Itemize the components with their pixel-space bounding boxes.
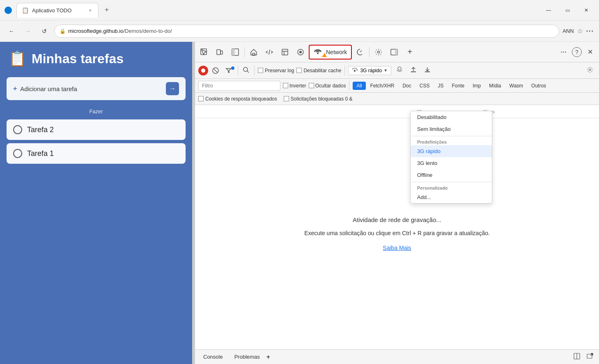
net-separator-2 — [254, 66, 255, 76]
throttle-disabled-option[interactable]: Desabilitado — [411, 111, 492, 123]
add-bottom-tab-button[interactable]: + — [266, 353, 270, 361]
tab-close-button[interactable]: × — [87, 7, 93, 14]
favorites-icon[interactable]: ☆ — [577, 27, 583, 35]
throttle-add-option[interactable]: Add... — [411, 191, 492, 203]
record-dot — [201, 69, 205, 73]
filter-other-button[interactable]: Outros — [528, 82, 550, 90]
clear-button[interactable] — [211, 66, 220, 76]
filter-type-buttons: All Fetch/XHR Doc CSS JS Fonte Imp Mídia… — [353, 82, 550, 90]
filter-input[interactable] — [198, 81, 280, 91]
split-panel-button[interactable] — [571, 351, 583, 362]
throttle-selector[interactable]: 3G rápido ▼ — [348, 66, 391, 75]
section-label: Fazer — [7, 108, 186, 114]
blocked-cookies-checkbox[interactable]: Cookies de resposta bloqueados — [198, 96, 277, 102]
settings-network-button[interactable] — [584, 66, 596, 76]
filter-js-button[interactable]: JS — [434, 82, 447, 90]
filter-doc-button[interactable]: Doc — [399, 82, 415, 90]
blocked-cookies-check — [198, 96, 204, 101]
devtools-more-button[interactable]: ··· — [556, 45, 571, 60]
new-tab-button[interactable]: + — [100, 4, 113, 17]
add-panel-button[interactable]: + — [402, 45, 417, 60]
blocked-requests-checkbox[interactable]: Solicitações bloqueadas 0 & — [284, 96, 353, 102]
filter-panel-button[interactable] — [223, 66, 234, 75]
learn-more-link[interactable]: Saiba Mais — [383, 245, 411, 251]
invert-filter-option[interactable]: Inverter — [283, 83, 306, 89]
devtools-close-button[interactable]: ✕ — [583, 45, 597, 60]
todo-item-2[interactable]: Tarefa 1 — [7, 143, 186, 164]
devtools-help-button[interactable]: ? — [572, 47, 582, 57]
download-button[interactable] — [422, 66, 433, 76]
net-separator-1 — [238, 66, 238, 76]
filter-fetch-button[interactable]: Fetch/XHR — [367, 82, 398, 90]
throttle-dropdown: Desabilitado Sem limitação Predefinições… — [410, 111, 492, 204]
throttle-3g-slow-option[interactable]: 3G lento — [411, 157, 492, 169]
home-button[interactable] — [246, 45, 261, 60]
filter-img-button[interactable]: Imp — [469, 82, 484, 90]
throttle-offline-option[interactable]: Offline — [411, 169, 492, 181]
browser-tab[interactable]: 📋 Aplicativo TODO × — [16, 3, 99, 18]
address-input[interactable]: 🔒 microsoftedge.github.io/Demos/demo-to-… — [54, 25, 559, 38]
device-emulation-button[interactable] — [212, 45, 227, 60]
svg-rect-3 — [220, 51, 223, 54]
address-right: ANN ☆ ··· — [562, 27, 594, 35]
network-panel-button[interactable]: ! Network — [309, 45, 352, 60]
svg-point-20 — [589, 69, 591, 71]
svg-rect-2 — [217, 50, 220, 55]
todo-checkbox-1[interactable] — [13, 125, 22, 134]
todo-title: Minhas tarefas — [32, 51, 124, 66]
add-task-bar[interactable]: + Adicionar uma tarefa → — [7, 77, 186, 100]
devtools-toolbar: ! Network — [195, 42, 599, 62]
back-button[interactable]: ← — [5, 25, 18, 38]
todo-checkbox-2[interactable] — [13, 149, 22, 158]
add-task-button[interactable]: → — [166, 82, 179, 95]
todo-item-text-2: Tarefa 1 — [27, 149, 54, 158]
blocked-requests-label: Solicitações bloqueadas 0 & — [291, 96, 353, 102]
timeline-area: 20 ms 40 ms 80 ms 100 ms — [195, 105, 599, 118]
disable-cache-checkbox[interactable]: Desabilitar cache — [296, 68, 341, 73]
todo-item-1[interactable]: Tarefa 2 — [7, 119, 186, 140]
inspect-tool-button[interactable] — [197, 45, 211, 60]
filter-all-button[interactable]: All — [353, 82, 365, 90]
invert-label: Inverter — [289, 83, 306, 89]
detach-button[interactable] — [584, 351, 596, 362]
performance-button[interactable] — [353, 45, 367, 60]
disable-cache-check — [296, 68, 302, 73]
elements-button[interactable] — [278, 45, 292, 60]
throttle-3g-fast-option[interactable]: 3G rápido — [411, 145, 492, 157]
toolbar-separator-1 — [244, 47, 245, 57]
sidebar-panel-button[interactable] — [228, 45, 243, 60]
svg-point-9 — [299, 51, 302, 53]
filter-font-button[interactable]: Fonte — [448, 82, 468, 90]
browser-more-button[interactable]: ··· — [586, 27, 594, 35]
todo-header: 📋 Minhas tarefas — [7, 50, 186, 67]
filter-separator — [349, 81, 349, 91]
throttle-no-limit-option[interactable]: Sem limitação — [411, 123, 492, 135]
add-task-placeholder: Adicionar uma tarefa — [20, 85, 163, 92]
sidebar-toggle-button[interactable] — [387, 45, 402, 60]
record-button[interactable] — [198, 66, 208, 76]
upload-button[interactable] — [408, 66, 419, 76]
refresh-button[interactable]: ↺ — [38, 25, 51, 38]
filter-badge — [231, 66, 234, 70]
close-button[interactable]: ✕ — [577, 4, 596, 17]
minimize-button[interactable]: — — [539, 4, 558, 17]
title-bar-left: 📋 Aplicativo TODO × + — [3, 3, 539, 18]
problems-tab[interactable]: Problemas — [230, 352, 265, 362]
svg-rect-13 — [395, 49, 397, 55]
net-separator-3 — [344, 66, 345, 76]
filter-wasm-button[interactable]: Wasm — [506, 82, 527, 90]
restore-button[interactable]: ▭ — [558, 4, 577, 17]
source-button[interactable] — [262, 45, 277, 60]
devtools-bottom-bar: Console Problemas + — [195, 349, 599, 364]
hide-data-option[interactable]: Ocultar dados — [309, 83, 346, 89]
tab-area: 📋 Aplicativo TODO × + — [16, 3, 113, 18]
console-tab[interactable]: Console — [198, 352, 228, 362]
import-har-button[interactable] — [394, 66, 405, 76]
breakpoints-button[interactable] — [293, 45, 308, 60]
search-button[interactable] — [241, 66, 251, 75]
settings-button[interactable] — [371, 45, 386, 60]
forward-button: → — [21, 25, 34, 38]
filter-media-button[interactable]: Mídia — [485, 82, 505, 90]
filter-css-button[interactable]: CSS — [416, 82, 434, 90]
preserve-log-checkbox[interactable]: Preservar log — [258, 68, 294, 73]
